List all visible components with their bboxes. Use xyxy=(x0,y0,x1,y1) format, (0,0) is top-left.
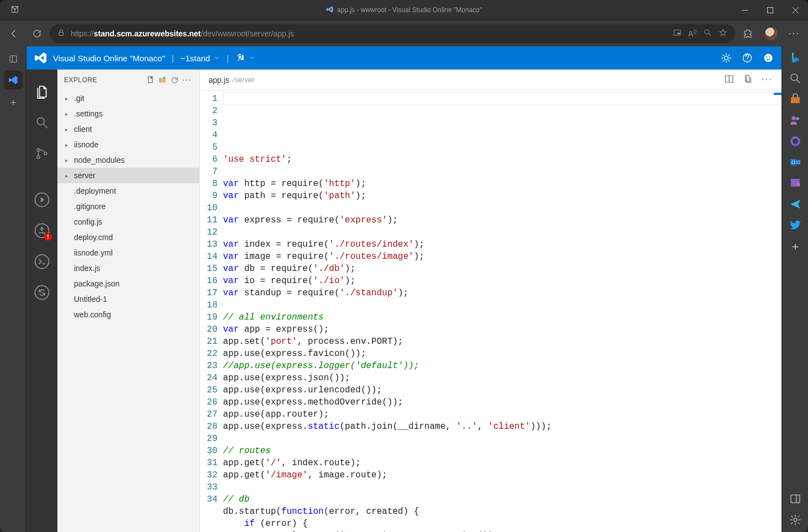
editor-tab-bar: app.js /server ··· xyxy=(200,70,782,91)
app-menu-icon[interactable] xyxy=(10,5,19,15)
people-icon[interactable] xyxy=(789,114,802,127)
chevron-down-icon xyxy=(249,55,256,61)
line-gutter: 1234567891011121314151617181920212223242… xyxy=(200,91,223,532)
workspace-picker[interactable]: ~1stand xyxy=(180,54,220,63)
browser-vertical-tabs: ＋ xyxy=(0,46,26,532)
window-titlebar: app.js - wwwroot - Visual Studio Online … xyxy=(0,0,808,20)
explorer-header: EXPLORE ··· xyxy=(57,70,199,91)
svg-point-16 xyxy=(35,286,49,300)
help-icon[interactable] xyxy=(742,52,753,63)
folder-item[interactable]: ▸.settings xyxy=(57,106,199,121)
svg-point-3 xyxy=(705,30,709,34)
svg-point-22 xyxy=(791,137,799,145)
folder-item[interactable]: ▸client xyxy=(57,121,199,137)
browser-toolbar: https://stand.scm.azurewebsites.net/dev/… xyxy=(0,20,808,46)
file-tree[interactable]: ▸.git▸.settings▸client▸iisnode▸node_modu… xyxy=(57,91,199,532)
editor-pane: app.js /server ··· 123456789101112131415… xyxy=(200,70,782,532)
tab-manager-icon[interactable] xyxy=(4,50,23,68)
folder-item[interactable]: ▸node_modules xyxy=(57,152,199,168)
outlook-icon[interactable]: O xyxy=(789,156,802,169)
split-editor-icon[interactable] xyxy=(724,74,734,86)
file-item[interactable]: .gitignore xyxy=(57,199,199,214)
pip-icon[interactable] xyxy=(673,28,682,39)
svg-point-15 xyxy=(35,255,49,269)
vs-logo-icon xyxy=(34,51,47,65)
open-file-name[interactable]: app.js xyxy=(209,76,229,84)
minimize-button[interactable] xyxy=(732,0,757,20)
error-badge: ! xyxy=(44,233,52,241)
folder-item[interactable]: ▸.git xyxy=(57,91,199,106)
new-tab-button[interactable]: ＋ xyxy=(4,93,23,111)
file-item[interactable]: .deployment xyxy=(57,183,199,199)
collapse-sidebar-icon[interactable] xyxy=(789,492,802,506)
explorer-sidebar: EXPLORE ··· ▸.git▸.settings▸client▸iisno… xyxy=(57,70,200,532)
settings-icon[interactable] xyxy=(721,52,732,63)
refresh-button[interactable] xyxy=(26,23,47,44)
svg-text:O: O xyxy=(791,159,795,165)
console-activity[interactable] xyxy=(26,246,57,277)
zoom-icon[interactable] xyxy=(703,28,712,39)
send-icon[interactable] xyxy=(789,198,802,211)
app-header: Visual Studio Online "Monaco" | ~1stand … xyxy=(26,46,782,70)
svg-point-6 xyxy=(764,54,773,62)
maximize-button[interactable] xyxy=(757,0,783,20)
monaco-app: Visual Studio Online "Monaco" | ~1stand … xyxy=(26,46,782,532)
git-icon xyxy=(236,53,246,63)
file-item[interactable]: iisnode.yml xyxy=(57,245,199,260)
git-menu[interactable] xyxy=(236,53,256,63)
product-name[interactable]: Visual Studio Online "Monaco" xyxy=(53,54,165,63)
notes-icon[interactable] xyxy=(789,177,802,190)
refresh-icon[interactable] xyxy=(168,76,180,84)
sync-activity[interactable] xyxy=(26,277,57,308)
svg-point-28 xyxy=(794,518,797,522)
shopping-icon[interactable] xyxy=(789,93,802,106)
code-area[interactable]: 'use strict';var http = require('http');… xyxy=(223,91,782,532)
file-item[interactable]: config.js xyxy=(57,214,199,230)
favorite-icon[interactable] xyxy=(719,28,727,39)
current-line-highlight xyxy=(223,93,779,105)
folder-item[interactable]: ▸server xyxy=(57,168,199,183)
back-button[interactable] xyxy=(3,23,24,44)
svg-rect-19 xyxy=(791,97,800,103)
folder-item[interactable]: ▸iisnode xyxy=(57,137,199,152)
file-item[interactable]: index.js xyxy=(57,260,199,276)
file-item[interactable]: Untitled-1 xyxy=(57,291,199,307)
editor-more-icon[interactable]: ··· xyxy=(762,74,773,86)
address-bar[interactable]: https://stand.scm.azurewebsites.net/dev/… xyxy=(50,24,735,43)
git-activity[interactable] xyxy=(26,138,57,169)
browser-right-sidebar: O ＋ xyxy=(782,46,808,532)
browser-settings-icon[interactable] xyxy=(789,513,802,526)
search-activity[interactable] xyxy=(26,107,57,138)
editor-body[interactable]: 1234567891011121314151617181920212223242… xyxy=(200,91,782,532)
file-item[interactable]: deploy.cmd xyxy=(57,230,199,245)
close-button[interactable] xyxy=(783,0,808,20)
feedback-icon[interactable] xyxy=(763,52,774,63)
svg-point-9 xyxy=(37,118,44,125)
output-activity[interactable]: ! xyxy=(26,215,57,246)
profile-avatar[interactable] xyxy=(761,23,782,44)
search-sidebar-icon[interactable] xyxy=(789,72,802,85)
new-file-icon[interactable] xyxy=(144,76,156,84)
svg-rect-27 xyxy=(791,495,800,503)
office-icon[interactable] xyxy=(789,135,802,148)
active-tab[interactable] xyxy=(4,71,23,89)
activity-bar: ! xyxy=(26,70,57,532)
extensions-icon[interactable] xyxy=(737,23,758,44)
explorer-activity[interactable] xyxy=(26,76,57,107)
overview-ruler-mark xyxy=(774,93,782,95)
vs-logo-icon xyxy=(326,6,334,15)
new-folder-icon[interactable] xyxy=(156,76,168,84)
svg-rect-4 xyxy=(10,56,17,62)
run-activity[interactable] xyxy=(26,184,57,215)
file-item[interactable]: package.json xyxy=(57,276,199,291)
bing-chat-icon[interactable] xyxy=(789,51,802,64)
read-aloud-icon[interactable]: A)) xyxy=(688,29,697,38)
twitter-icon[interactable] xyxy=(789,219,802,232)
add-sidebar-icon[interactable]: ＋ xyxy=(789,240,802,253)
diff-icon[interactable] xyxy=(743,74,753,86)
open-file-path: /server xyxy=(232,76,254,84)
file-item[interactable]: web.config xyxy=(57,307,199,322)
svg-rect-26 xyxy=(791,179,800,187)
menu-icon[interactable]: ··· xyxy=(784,23,805,44)
more-icon[interactable]: ··· xyxy=(180,75,193,85)
